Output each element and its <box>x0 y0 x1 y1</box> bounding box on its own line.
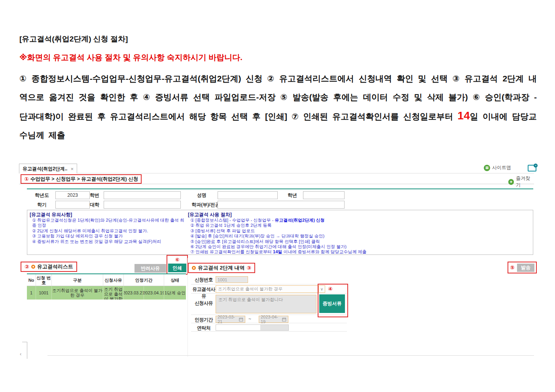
tab-absence-application[interactable]: 유고결석(취업2단계.. × <box>19 164 77 173</box>
notice-procedure: [유고결석 사용 절차] ① [종합정보시스템] - 수업업무 - 신청업무 -… <box>188 212 425 255</box>
absence-list-table: No 신청 번호 구분 신청사유 인정기간 상태 1 1001 조기취업으로 출… <box>27 273 186 300</box>
favorites-button[interactable]: ★ 즐겨찾기 <box>508 175 534 188</box>
grade-label: 학년 <box>284 191 300 199</box>
absence-reason-select[interactable]: 조기취업으로 출석이 불가한 경우 <box>216 285 318 293</box>
procedure-item: ③ [증빙서류] 선택 후 파일 업로드 <box>190 228 425 234</box>
calendar-icon[interactable] <box>239 317 243 322</box>
cell-period-start: 2023.03.21 <box>123 286 144 300</box>
cell-category: 조기취업으로 출석이 불가한 경우 <box>51 286 103 300</box>
period-end-value: 2023-04-19 <box>261 315 282 324</box>
table-header-row: No 신청 번호 구분 신청사유 인정기간 상태 <box>27 274 186 286</box>
procedure-item: ② 취업 유고결석 1단계 승인후 2단계 등록 <box>190 223 425 228</box>
window-close-badge: × <box>534 164 538 168</box>
favorites-label: 즐겨찾기 <box>516 175 534 188</box>
name-label: 성명 <box>193 191 210 199</box>
chevron-down-icon[interactable]: ∨ <box>318 285 325 293</box>
evidence-button[interactable]: 증빙서류 <box>319 294 345 313</box>
procedure-item: ④ [발송] 후 [승인]처리 대기(학과(부)장 승인 → 단과대학 행정실 … <box>190 234 425 239</box>
print-annotation-box: ⑥ 인쇄 <box>167 255 188 275</box>
star-icon: ★ <box>508 179 514 185</box>
col-status: 상태 <box>164 274 186 286</box>
sitemap-icon: ▦ <box>484 165 490 171</box>
sitemap-label: 사이트맵 <box>492 164 511 171</box>
list-section-title: 유고결석리스트 <box>37 263 73 270</box>
instruction-block: [유고결석(취업2단계) 신청 절차] ※화면의 유고결석 사용 절차 및 유의… <box>19 34 537 144</box>
college-input[interactable] <box>104 201 181 209</box>
scroll-left-arrow-icon[interactable]: ‹ <box>20 351 21 356</box>
apply-no-field: 1001 <box>216 276 248 283</box>
reject-reason-button[interactable]: 반려사유 <box>134 264 166 273</box>
detail-form: 신청번호 1001 유고결석사유 조기취업으로 출석이 불가한 경우 ∨ ④ 증… <box>191 275 347 333</box>
detail-section-annotation-box: 유고결석 2단계 내역 ③ <box>188 263 255 273</box>
absence-reason-label: 유고결석사유 <box>191 286 216 300</box>
col-category: 구분 <box>51 274 103 286</box>
major-label: 학과(부)/전공 <box>190 201 222 209</box>
bullet-icon <box>192 266 196 270</box>
system-screenshot: 유고결석(취업2단계.. × ▦ 사이트맵 × ① 수업업무 > 신청업무 > … <box>19 163 534 373</box>
student-id-label: 학번 <box>85 191 104 199</box>
annotation-step-6: ⑥ <box>168 256 187 264</box>
period-label: 인정기간 <box>191 317 216 323</box>
col-reason: 신청사유 <box>103 274 123 286</box>
college-label: 대학 <box>85 201 104 209</box>
cell-period-end: 2023.04.19 <box>144 286 164 300</box>
annotation-step-1: ① <box>24 176 29 182</box>
window-close-icon[interactable]: × <box>528 165 536 172</box>
print-button[interactable]: 인쇄 <box>168 264 186 272</box>
procedure-item: ⑦ 인쇄된 유고결석확인서를 신청일로부터 14일 이내에 증빙서류와 함께 담… <box>190 249 425 254</box>
breadcrumb-bar: ① 수업업무 > 신청업무 > 유고결석(취업2단계) 신청 <box>19 173 534 184</box>
col-period: 인정기간 <box>123 274 164 286</box>
search-form: 학년도 학번 성명 학년 학기 대학 학과(부)/전공 <box>27 188 533 211</box>
notice-cautions: [유고결석 유의사항] ① 취업유고결석신청은 1단계(확인)와 2단계(승인-… <box>30 212 186 244</box>
request-reason-textarea[interactable]: 조기 취업으로 출석이 불가합니다 <box>216 295 316 313</box>
caution-item: ③ 고용보험 가입 대상 예외자인 경우 신청 불가 <box>32 234 186 239</box>
sitemap-button[interactable]: ▦ 사이트맵 <box>484 164 511 171</box>
scroll-corner <box>22 342 27 359</box>
cell-apply-no: 1001 <box>36 286 51 300</box>
table-row[interactable]: 1 1001 조기취업으로 출석이 불가한 경우 조기 취업으로 출석이 불가한… <box>27 286 186 300</box>
contact-field-wrap <box>216 324 289 331</box>
grade-input[interactable] <box>303 191 345 199</box>
instruction-title: [유고결석(취업2단계) 신청 절차] <box>19 34 537 44</box>
name-input[interactable] <box>218 191 278 199</box>
annotation-step-2: ② <box>25 264 29 270</box>
request-reason-label: 신청사유 <box>191 300 216 307</box>
send-annotation-box: ⑤ 발송 <box>508 262 537 273</box>
notice-cautions-title: [유고결석 유의사항] <box>30 212 186 217</box>
horizontal-scrollbar[interactable] <box>47 355 534 356</box>
bullet-icon <box>31 265 35 269</box>
calendar-icon[interactable] <box>282 317 286 322</box>
tilde-separator: ~ <box>248 316 251 322</box>
procedure-item: ⑥ 2단계 승인이 완료된 경우에만 취업기간에 대해 출석 인정(미제출시 인… <box>190 244 425 249</box>
breadcrumb: 수업업무 > 신청업무 > 유고결석(취업2단계) 신청 <box>30 176 138 183</box>
period-start-field[interactable]: 2023-03-21 <box>216 316 245 323</box>
apply-no-label: 신청번호 <box>191 277 216 283</box>
notice-procedure-title: [유고결석 사용 절차] <box>188 212 425 217</box>
col-no: No <box>27 274 36 286</box>
period-end-field[interactable]: 2023-04-19 <box>259 316 288 323</box>
instruction-warning: ※화면의 유고결석 사용 절차 및 유의사항 숙지하시기 바랍니다. <box>19 52 537 63</box>
year-label: 학년도 <box>31 191 53 199</box>
semester-label: 학기 <box>31 201 53 209</box>
annotation-step-3: ③ <box>246 265 251 271</box>
tab-close-icon[interactable]: × <box>70 166 74 172</box>
caution-item: ② 2단계 신청시 해당서류 미제출시 취업유고결석 인정 불가. <box>32 228 186 234</box>
contact-label: 연락처 <box>191 325 216 332</box>
col-apply-no: 신청 번호 <box>36 274 51 286</box>
annotation-step-4: ④ <box>328 286 333 292</box>
highlight-14: 14 <box>458 109 470 122</box>
procedure-item: ⑤ [승인]완료 후 [유고결석리스트]에서 해당 항목 선택후 [인쇄] 클릭 <box>190 239 425 244</box>
caution-item: ④ 증빙서류가 위조 또는 변조된 것일 경우 해당 교과목 실격(F)처리 <box>32 239 186 244</box>
send-button[interactable]: 발송 <box>517 264 534 272</box>
procedure-item: ① [종합정보시스템] - 수업업무 - 신청업무 - 유고결석(취업2단계) … <box>190 218 425 223</box>
major-input[interactable] <box>218 201 345 209</box>
breadcrumb-annotation-box: ① 수업업무 > 신청업무 > 유고결석(취업2단계) 신청 <box>21 174 142 184</box>
cell-status: 1단계 승인 <box>164 286 186 300</box>
student-id-input[interactable] <box>104 191 181 199</box>
list-section-annotation-box: ② 유고결석리스트 <box>21 262 77 272</box>
contact-input[interactable] <box>216 325 260 330</box>
caution-item: ① 취업유고결석신청은 1단계(확인)와 2단계(승인-유고결석사유에 대한 출… <box>32 218 186 228</box>
detail-section-title: 유고결석 2단계 내역 <box>198 264 244 271</box>
annotation-step-5: ⑤ <box>510 265 515 270</box>
tab-label: 유고결석(취업2단계.. <box>23 166 67 172</box>
